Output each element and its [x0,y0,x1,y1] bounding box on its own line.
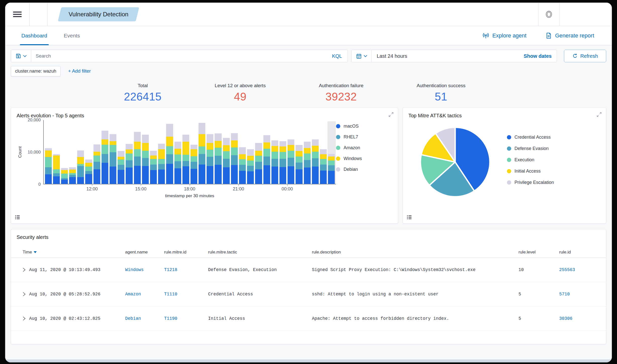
expand-icon[interactable] [388,112,394,117]
tab-dashboard[interactable]: Dashboard [21,26,47,45]
saved-queries-button[interactable] [11,50,31,62]
bar-segment-Debian [77,150,84,157]
bar[interactable] [182,120,190,184]
bar[interactable] [198,120,206,184]
legend-label: macOS [344,124,359,129]
bar[interactable] [214,120,222,184]
bar-segment-RHEL7 [53,173,60,176]
cell-agent-name[interactable]: Amazon [125,292,164,297]
bar-segment-Debian [304,142,311,148]
cell-mitre-id[interactable]: T1190 [164,316,208,321]
legend-item[interactable]: macOS [336,124,391,129]
cell-rule-id[interactable]: 30306 [559,316,606,321]
explore-agent-button[interactable]: Explore agent [482,32,527,39]
bar[interactable] [44,120,52,184]
bar[interactable] [239,120,247,184]
bar[interactable] [101,120,109,184]
cell-agent-name[interactable]: Debian [125,316,164,321]
legend-item[interactable]: Debian [336,167,391,172]
bar[interactable] [60,120,68,184]
bar-segment-Amazon [223,151,230,159]
legend-item[interactable]: Amazon [336,145,391,150]
bar[interactable] [295,120,303,184]
bar[interactable] [166,120,174,184]
add-filter-button[interactable]: + Add filter [68,68,91,74]
menu-button[interactable] [5,10,29,18]
cell-mitre-id[interactable]: T1218 [164,267,208,272]
row-expand-chevron-icon[interactable] [23,292,26,296]
column-header-Time[interactable]: Time [23,250,125,255]
bar[interactable] [174,120,182,184]
report-document-icon [545,32,552,39]
cluster-status-button[interactable] [539,10,559,19]
bar[interactable] [206,120,214,184]
panel-menu-icon[interactable] [406,214,412,220]
bar[interactable] [93,120,101,184]
cell-agent-name[interactable]: Windows [125,267,164,272]
bar[interactable] [117,120,125,184]
row-expand-chevron-icon[interactable] [23,268,26,272]
breadcrumb[interactable]: Vulnerability Detection [60,7,137,21]
bar[interactable] [52,120,60,184]
pie-svg[interactable] [417,121,493,203]
bar[interactable] [149,120,157,184]
legend-item[interactable]: Credential Access [507,135,554,140]
refresh-button[interactable]: Refresh [564,50,606,62]
bar[interactable] [271,120,279,184]
cell-rule-id[interactable]: 5710 [559,292,606,297]
bar[interactable] [287,120,295,184]
bar[interactable] [247,120,255,184]
legend-item[interactable]: Windows [336,156,391,161]
bar[interactable] [77,120,85,184]
bar[interactable] [303,120,311,184]
filter-pill[interactable]: cluster.name: wazuh [11,66,61,76]
bar[interactable] [125,120,133,184]
cell-rule-id[interactable]: 255563 [559,267,606,272]
bar[interactable] [158,120,166,184]
x-tick-mark [190,184,190,186]
bar[interactable] [319,120,327,184]
bar[interactable] [230,120,238,184]
legend-item[interactable]: Initial Access [507,169,554,174]
bar[interactable] [85,120,93,184]
bar[interactable] [222,120,230,184]
bar[interactable] [255,120,263,184]
legend-item[interactable]: Execution [507,157,554,163]
bar[interactable] [109,120,117,184]
bar-segment-Windows [85,163,92,167]
cell-mitre-id[interactable]: T1110 [164,292,208,297]
bar[interactable] [311,120,319,184]
legend-item[interactable]: Privilege Escalation [507,180,554,185]
column-header-rule.mitre.id[interactable]: rule.mitre.id [164,250,208,255]
bar[interactable] [327,120,336,184]
legend-item[interactable]: RHEL7 [336,134,391,140]
column-header-rule.level[interactable]: rule.level [518,250,559,255]
column-header-agent.name[interactable]: agent.name [125,250,164,255]
header-divider [559,3,559,26]
table-row[interactable]: Aug 11, 2020 @ 10:13:49.493WindowsT1218D… [11,258,606,282]
bar[interactable] [279,120,287,184]
bar[interactable] [69,120,77,184]
bar[interactable] [141,120,149,184]
row-expand-chevron-icon[interactable] [23,316,26,321]
bar[interactable] [263,120,271,184]
table-row[interactable]: Aug 10, 2020 @ 02:43:12.825DebianT1190In… [11,306,606,331]
bar-stack [110,134,116,184]
search-input[interactable]: Search [36,53,326,59]
column-header-rule.description[interactable]: rule.description [312,250,518,255]
panel-menu-icon[interactable] [15,214,21,220]
bar-segment-RHEL7 [207,157,213,166]
column-header-rule.mitre.tactic[interactable]: rule.mitre.tactic [208,250,312,255]
show-dates-button[interactable]: Show dates [524,53,557,59]
date-range-value[interactable]: Last 24 hours [377,53,407,59]
bar[interactable] [133,120,141,184]
bar[interactable] [190,120,198,184]
column-header-rule.id[interactable]: rule.id [559,250,606,255]
tab-events[interactable]: Events [64,26,80,45]
date-quick-select-button[interactable] [352,50,372,62]
generate-report-button[interactable]: Generate report [545,32,594,39]
query-language-button[interactable]: KQL [326,53,348,59]
table-row[interactable]: Aug 10, 2020 @ 05:28:52.926AmazonT1110Cr… [11,282,606,306]
legend-item[interactable]: Defense Evasion [507,146,554,151]
expand-icon[interactable] [596,112,602,117]
